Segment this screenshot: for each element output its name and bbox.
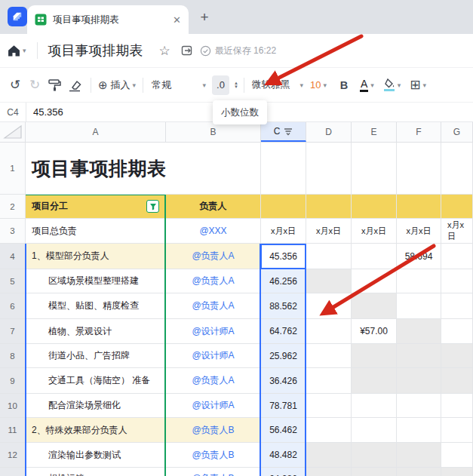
column-header-A[interactable]: A: [26, 122, 166, 142]
cell-F12[interactable]: [397, 443, 441, 468]
cell-G1[interactable]: [441, 143, 473, 195]
cell-B3[interactable]: @XXX: [166, 219, 261, 244]
cell-C6[interactable]: 88.562: [261, 293, 306, 319]
cell-G5[interactable]: [441, 269, 473, 293]
cell-C10[interactable]: 78.781: [261, 394, 306, 418]
cell-D3[interactable]: x月x日: [306, 219, 352, 244]
cell-B1[interactable]: [166, 143, 261, 195]
cell-D8[interactable]: [306, 344, 352, 368]
cell-G12[interactable]: [441, 443, 473, 468]
cell-B6[interactable]: @负责人A: [166, 293, 261, 319]
cell-C8[interactable]: 25.962: [261, 344, 306, 368]
cell-E1[interactable]: [352, 143, 397, 195]
cell-B7[interactable]: @设计师A: [166, 319, 261, 344]
cell-C2[interactable]: [261, 195, 306, 219]
cell-C5[interactable]: 46.256: [261, 269, 306, 293]
cell-A13[interactable]: 相机运镜: [26, 468, 166, 476]
cell-A12[interactable]: 渲染输出参数测试: [26, 443, 166, 468]
cell-G8[interactable]: [441, 344, 473, 368]
cell-D7[interactable]: [306, 319, 352, 344]
cell-F5[interactable]: [397, 269, 441, 293]
cell-B13[interactable]: @负责人B: [166, 468, 261, 476]
column-filter-icon[interactable]: [284, 127, 293, 136]
name-box[interactable]: C4: [0, 107, 26, 118]
cell-G11[interactable]: [441, 418, 473, 443]
favorite-star-icon[interactable]: ☆: [159, 43, 170, 59]
cell-D6[interactable]: [306, 293, 352, 319]
cell-B10[interactable]: @设计师A: [166, 394, 261, 418]
cell-B5[interactable]: @负责人A: [166, 269, 261, 293]
cell-C7[interactable]: 64.762: [261, 319, 306, 344]
row-header-11[interactable]: 11: [0, 418, 26, 443]
tencent-docs-logo-icon[interactable]: [8, 7, 27, 26]
cell-E12[interactable]: [352, 443, 397, 468]
column-header-D[interactable]: D: [306, 122, 352, 142]
row-header-3[interactable]: 3: [0, 219, 26, 244]
cell-A3[interactable]: 项目总负责: [26, 219, 166, 244]
cell-D10[interactable]: [306, 394, 352, 418]
cell-C3[interactable]: x月x日: [261, 219, 306, 244]
font-color-button[interactable]: A ▾: [360, 78, 374, 92]
cell-G2[interactable]: [441, 195, 473, 219]
cell-D2[interactable]: [306, 195, 352, 219]
cell-E3[interactable]: x月x日: [352, 219, 397, 244]
cell-E7[interactable]: ¥57.00: [352, 319, 397, 344]
format-painter-icon[interactable]: [45, 78, 64, 92]
cell-B2[interactable]: 负责人: [166, 195, 261, 219]
cell-E2[interactable]: [352, 195, 397, 219]
tab-close-icon[interactable]: ✕: [173, 14, 181, 26]
cell-G10[interactable]: [441, 394, 473, 418]
cell-A11[interactable]: 2、特殊效果部分负责人: [26, 418, 166, 443]
clear-format-eraser-icon[interactable]: [64, 78, 85, 92]
cell-F1[interactable]: [397, 143, 441, 195]
row-header-10[interactable]: 10: [0, 394, 26, 418]
row-header-13[interactable]: 13: [0, 468, 26, 476]
cell-E10[interactable]: [352, 394, 397, 418]
cell-D4[interactable]: [306, 244, 352, 269]
cell-F3[interactable]: x月x日: [397, 219, 441, 244]
cell-F9[interactable]: [397, 368, 441, 394]
cell-B8[interactable]: @设计师A: [166, 344, 261, 368]
column-header-G[interactable]: G: [441, 122, 473, 142]
font-size-dropdown[interactable]: 10 ▾: [310, 79, 327, 91]
cell-F10[interactable]: [397, 394, 441, 418]
bold-button[interactable]: B: [334, 79, 354, 91]
filter-funnel-icon[interactable]: [146, 200, 159, 213]
row-header-1[interactable]: 1: [0, 143, 26, 195]
cell-G7[interactable]: [441, 319, 473, 344]
cell-E5[interactable]: [352, 269, 397, 293]
cell-D12[interactable]: [306, 443, 352, 468]
column-header-F[interactable]: F: [397, 122, 441, 142]
row-header-12[interactable]: 12: [0, 443, 26, 468]
row-header-8[interactable]: 8: [0, 344, 26, 368]
cell-A10[interactable]: 配合渲染场景细化: [26, 394, 166, 418]
home-button[interactable]: ▾: [8, 45, 26, 57]
decimal-spinner[interactable]: ▲ ▼: [234, 81, 238, 89]
row-header-4[interactable]: 4: [0, 244, 26, 269]
undo-button[interactable]: ↺: [5, 77, 25, 93]
cell-A5[interactable]: 区域场景模型整理搭建: [26, 269, 166, 293]
cell-F4[interactable]: 58.694: [397, 244, 441, 269]
cell-F11[interactable]: [397, 418, 441, 443]
fill-color-button[interactable]: ▾: [383, 78, 401, 91]
cell-C12[interactable]: 48.482: [261, 443, 306, 468]
cell-B11[interactable]: @负责人B: [166, 418, 261, 443]
row-header-9[interactable]: 9: [0, 368, 26, 394]
cell-A7[interactable]: 植物、景观设计: [26, 319, 166, 344]
cell-A1[interactable]: 项目事项排期表: [26, 143, 166, 195]
cell-E11[interactable]: [352, 418, 397, 443]
cell-F8[interactable]: [397, 344, 441, 368]
cell-C1[interactable]: [261, 143, 306, 195]
row-header-6[interactable]: 6: [0, 293, 26, 319]
decimal-places-button[interactable]: .0: [212, 75, 229, 95]
cell-A2[interactable]: 项目分工: [26, 195, 166, 219]
move-to-folder-icon[interactable]: [181, 45, 193, 57]
cell-D13[interactable]: [306, 468, 352, 476]
cell-C13[interactable]: 24.286: [261, 468, 306, 476]
cell-C4[interactable]: 45.356: [261, 244, 306, 269]
cell-D11[interactable]: [306, 418, 352, 443]
cell-G6[interactable]: [441, 293, 473, 319]
cell-E13[interactable]: [352, 468, 397, 476]
cell-F2[interactable]: [397, 195, 441, 219]
insert-button[interactable]: ⊕ 插入 ▾: [98, 78, 136, 92]
